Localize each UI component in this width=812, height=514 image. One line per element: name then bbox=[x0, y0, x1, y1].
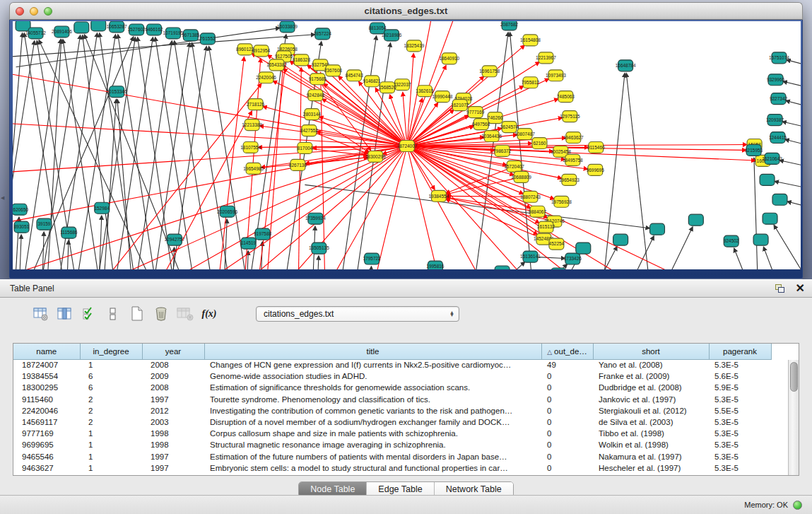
graph-edge[interactable] bbox=[786, 100, 801, 109]
column-header-out_de[interactable]: △out_de… bbox=[541, 344, 593, 359]
graph-node[interactable]: 14055712 bbox=[25, 28, 46, 39]
table-cell[interactable]: 1 bbox=[80, 462, 142, 474]
graph-node[interactable]: 893051 bbox=[14, 221, 30, 233]
sidebar-collapse-arrow[interactable]: ◀ bbox=[1, 195, 4, 201]
graph-node[interactable]: 924502 bbox=[724, 235, 739, 247]
graph-node[interactable]: 7955812 bbox=[522, 77, 540, 88]
table-row[interactable]: 1456911722003Disruption of a novel membe… bbox=[13, 416, 771, 428]
table-cell[interactable]: 0 bbox=[541, 428, 593, 439]
unselect-all-columns-button[interactable] bbox=[103, 304, 123, 324]
table-cell[interactable]: Tibbo et al. (1998) bbox=[593, 428, 709, 439]
table-cell[interactable]: Disruption of a novel member of a sodium… bbox=[204, 416, 541, 428]
float-panel-icon[interactable] bbox=[775, 284, 786, 293]
graph-node[interactable]: 9777169 bbox=[466, 107, 485, 118]
graph-node[interactable]: 16033809 bbox=[277, 21, 298, 33]
graph-node[interactable]: 10807487 bbox=[514, 129, 535, 140]
graph-edge[interactable] bbox=[413, 149, 548, 218]
graph-node[interactable]: 20891406 bbox=[52, 26, 72, 37]
table-cell[interactable]: Dudbridge et al. (2008) bbox=[593, 382, 709, 393]
graph-node[interactable] bbox=[650, 223, 665, 235]
graph-node[interactable] bbox=[576, 243, 591, 254]
table-cell[interactable]: 9115460 bbox=[13, 394, 80, 405]
graph-edge[interactable] bbox=[13, 146, 401, 176]
table-cell[interactable]: 0 bbox=[541, 416, 593, 428]
graph-node[interactable]: 8454743 bbox=[346, 70, 364, 81]
graph-node[interactable]: 9242848 bbox=[307, 90, 325, 101]
graph-edge[interactable] bbox=[16, 40, 61, 269]
graph-edge[interactable] bbox=[446, 169, 508, 194]
graph-node[interactable] bbox=[74, 22, 89, 33]
table-row[interactable]: 946362711997Embryonic stem cells: a mode… bbox=[13, 462, 771, 474]
table-cell[interactable]: 1 bbox=[80, 439, 142, 450]
graph-node[interactable]: 16210643 bbox=[762, 153, 782, 164]
graph-edge[interactable] bbox=[321, 73, 326, 269]
graph-node[interactable]: 9227342 bbox=[770, 93, 788, 105]
graph-edge[interactable] bbox=[413, 148, 735, 269]
table-cell[interactable]: Nakamura et al. (1997) bbox=[593, 451, 709, 462]
graph-node[interactable]: 20153346 bbox=[107, 86, 127, 98]
select-all-columns-button[interactable] bbox=[79, 304, 99, 324]
graph-node[interactable]: 12213967 bbox=[536, 52, 556, 64]
graph-node[interactable]: 18325419 bbox=[404, 40, 425, 52]
graph-node[interactable]: 152984 bbox=[94, 202, 110, 214]
graph-node[interactable]: 19654985 bbox=[243, 163, 264, 174]
graph-node[interactable]: 114519 bbox=[241, 238, 257, 249]
graph-node[interactable]: 1568520 bbox=[378, 82, 396, 93]
table-cell[interactable]: 0 bbox=[541, 370, 593, 382]
graph-node[interactable]: 7485063 bbox=[557, 91, 575, 103]
table-cell[interactable]: 0 bbox=[541, 382, 593, 393]
network-canvas[interactable]: 1872400718300295193845541832541918640910… bbox=[13, 21, 801, 269]
graph-node[interactable]: 19756928 bbox=[551, 196, 572, 207]
graph-node[interactable]: 10973493 bbox=[546, 70, 566, 81]
graph-node[interactable]: 10688809 bbox=[511, 171, 531, 182]
graph-node[interactable]: 12923446 bbox=[548, 268, 569, 269]
graph-edge[interactable] bbox=[785, 139, 801, 148]
table-cell[interactable]: 1 bbox=[80, 428, 142, 439]
graph-node[interactable]: 1244415 bbox=[769, 132, 787, 144]
graph-edge[interactable] bbox=[536, 257, 565, 258]
graph-node[interactable]: 1362615 bbox=[416, 86, 434, 97]
graph-node[interactable] bbox=[763, 213, 777, 224]
graph-node[interactable] bbox=[91, 21, 106, 31]
scrollbar-thumb[interactable] bbox=[790, 362, 798, 392]
graph-node[interactable]: 19384554 bbox=[428, 190, 449, 201]
graph-edge[interactable] bbox=[118, 35, 164, 269]
graph-node[interactable]: 8215953 bbox=[745, 145, 763, 156]
table-cell[interactable]: 9777169 bbox=[13, 428, 80, 439]
graph-node[interactable]: 8427552 bbox=[300, 125, 319, 136]
graph-node[interactable]: 39159 bbox=[37, 218, 52, 230]
table-cell[interactable]: Estimation of significance thresholds fo… bbox=[204, 382, 541, 393]
graph-node[interactable]: 10653287 bbox=[107, 21, 127, 33]
table-cell[interactable]: Structural magnetic resonance image aver… bbox=[204, 439, 541, 450]
graph-edge[interactable] bbox=[192, 43, 238, 269]
table-cell[interactable]: 2008 bbox=[142, 382, 204, 393]
zoom-button[interactable] bbox=[44, 7, 52, 16]
table-cell[interactable]: Yano et al. (2008) bbox=[593, 359, 709, 370]
graph-node[interactable]: 19218986 bbox=[382, 30, 402, 41]
graph-node[interactable]: 1995816 bbox=[426, 261, 445, 269]
graph-node[interactable]: 9115460 bbox=[587, 142, 605, 153]
table-cell[interactable]: Investigating the contribution of common… bbox=[204, 405, 541, 416]
table-cell[interactable]: 0 bbox=[541, 462, 593, 474]
table-row[interactable]: 946554611997Estimation of the future num… bbox=[13, 451, 771, 462]
table-cell[interactable]: 2 bbox=[80, 394, 142, 405]
table-row[interactable]: 969969511998Structural magnetic resonanc… bbox=[13, 439, 771, 450]
table-cell[interactable]: de Silva et al. (2003) bbox=[593, 416, 709, 428]
graph-node[interactable]: 10719195 bbox=[163, 28, 184, 39]
graph-node[interactable]: 1795722 bbox=[363, 253, 382, 264]
column-header-year[interactable]: year bbox=[142, 344, 204, 359]
graph-node[interactable]: 18807243 bbox=[520, 191, 541, 202]
table-cell[interactable]: Franke et al. (2009) bbox=[593, 370, 709, 382]
graph-node[interactable]: 16543382 bbox=[266, 59, 287, 71]
graph-node[interactable]: 18495758 bbox=[563, 154, 583, 165]
table-cell[interactable]: 5.3E-5 bbox=[709, 416, 771, 428]
function-builder-button[interactable]: f(x) bbox=[199, 304, 219, 324]
table-cell[interactable]: 9699695 bbox=[13, 439, 80, 450]
graph-node[interactable]: 18640910 bbox=[439, 53, 459, 64]
graph-node[interactable]: 12213389 bbox=[242, 119, 262, 131]
graph-node[interactable]: 7986372 bbox=[493, 146, 512, 157]
graph-node[interactable]: 1115686 bbox=[60, 227, 78, 238]
graph-edge[interactable] bbox=[775, 182, 801, 191]
graph-node[interactable]: 9699695 bbox=[587, 164, 605, 175]
graph-node[interactable]: 9197588 bbox=[254, 228, 272, 240]
